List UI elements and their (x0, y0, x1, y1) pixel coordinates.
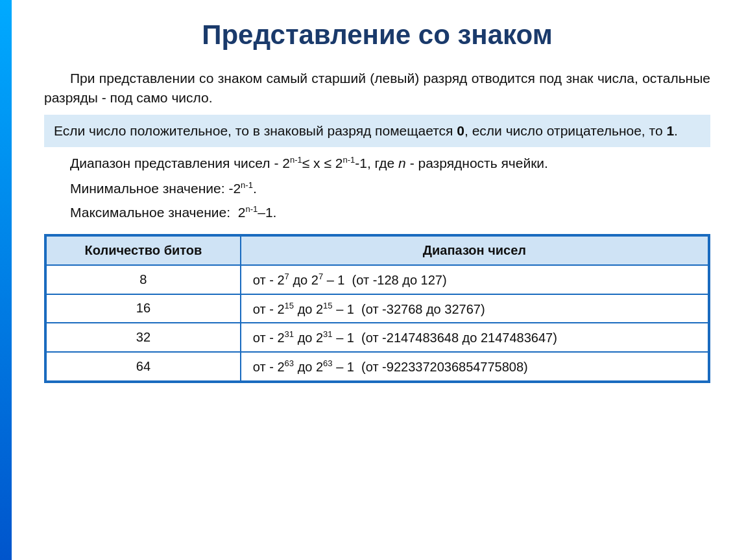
max-value-line: Максимальное значение: 2n-1–1. (70, 202, 710, 224)
main-content: Представление со знаком При представлени… (12, 0, 746, 560)
table-cell-range: от - 263 до 263 – 1 (от -922337203685477… (241, 352, 708, 381)
paragraph-2-start: Если число положительное, то в знаковый … (54, 123, 457, 138)
paragraph-3: Диапазон представления чисел - 2n-1≤ x ≤… (44, 154, 710, 173)
table-cell-range: от - 231 до 231 – 1 (от -2147483648 до 2… (241, 323, 708, 352)
paragraph-2-mid: , если число отрицательное, то (464, 123, 666, 138)
table-cell-bits: 64 (46, 352, 241, 381)
table-cell-bits: 16 (46, 294, 241, 323)
table-cell-range: от - 27 до 27 – 1 (от -128 до 127) (241, 265, 708, 294)
paragraph-2-bold2: 1 (666, 123, 674, 138)
table-cell-bits: 8 (46, 265, 241, 294)
page-title: Представление со знаком (44, 19, 710, 51)
paragraph-1: При представлении со знаком самый старши… (44, 69, 710, 108)
paragraph-2-end: . (674, 123, 678, 138)
table-header-range: Диапазон чисел (241, 236, 708, 265)
table-header-bits: Количество битов (46, 236, 241, 265)
table-cell-bits: 32 (46, 323, 241, 352)
range-table-container: Количество битов Диапазон чисел 8от - 27… (44, 234, 710, 383)
table-cell-range: от - 215 до 215 – 1 (от -32768 до 32767) (241, 294, 708, 323)
range-table: Количество битов Диапазон чисел 8от - 27… (45, 235, 709, 382)
highlighted-paragraph: Если число положительное, то в знаковый … (44, 115, 710, 147)
left-accent-bar (0, 0, 12, 560)
paragraph-2-bold1: 0 (457, 123, 464, 138)
min-value-line: Минимальное значение: -2n-1. (70, 178, 710, 200)
